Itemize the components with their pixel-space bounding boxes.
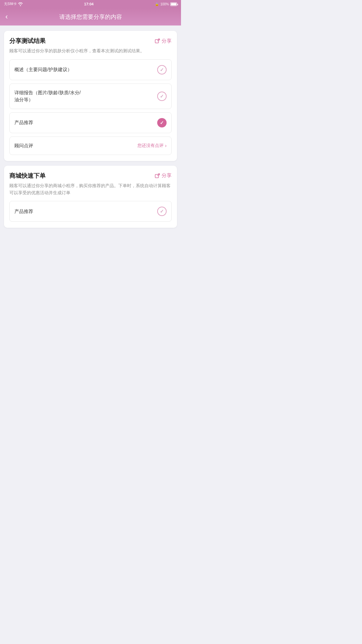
- carrier-label: 无SIM卡: [4, 2, 17, 6]
- option-advisor-label: 顾问点评: [14, 142, 137, 149]
- option-product-rec-2[interactable]: 产品推荐 ✓: [9, 201, 172, 222]
- status-right: 🔒 100%: [155, 2, 177, 6]
- option-product-label-1: 产品推荐: [14, 119, 157, 126]
- option-product-rec-1[interactable]: 产品推荐 ✓: [9, 112, 172, 133]
- card-desc-2: 顾客可以通过你分享的商城小程序，购买你推荐的产品。下单时，系统自动计算顾客可以享…: [9, 182, 172, 197]
- share-order-label: 分享: [162, 172, 172, 179]
- card-header-2: 商城快速下单 分享: [9, 172, 172, 180]
- checkbox-overview[interactable]: ✓: [157, 65, 167, 74]
- advisor-no-review: 您还没有点评: [137, 143, 164, 149]
- card-title-1: 分享测试结果: [9, 37, 46, 45]
- battery-percent: 100%: [160, 2, 169, 6]
- option-overview[interactable]: 概述（主要问题/护肤建议） ✓: [9, 59, 172, 80]
- quick-order-card: 商城快速下单 分享 顾客可以通过你分享的商城小程序，购买你推荐的产品。下单时，系…: [4, 166, 177, 228]
- status-time: 17:04: [84, 2, 94, 6]
- share-test-card: 分享测试结果 分享 顾客可以通过你分享的肌肤分析仪小程序，查看本次测试的测试结果…: [4, 31, 177, 161]
- share-test-label: 分享: [162, 38, 172, 44]
- advisor-right: 您还没有点评 ›: [137, 143, 167, 149]
- share-test-button[interactable]: 分享: [155, 38, 172, 44]
- status-left: 无SIM卡: [4, 2, 23, 6]
- wifi-icon: [18, 2, 23, 6]
- card-desc-1: 顾客可以通过你分享的肌肤分析仪小程序，查看本次测试的测试结果。: [9, 48, 172, 55]
- share-box-icon: [155, 38, 160, 44]
- checkbox-product-1[interactable]: ✓: [157, 118, 167, 127]
- option-detail-label: 详细报告（图片/肤龄/肤质/水分/油分等）: [14, 89, 157, 103]
- checkbox-product-2-check: ✓: [160, 209, 164, 214]
- checkbox-product-2[interactable]: ✓: [157, 207, 167, 216]
- main-content: 分享测试结果 分享 顾客可以通过你分享的肌肤分析仪小程序，查看本次测试的测试结果…: [0, 25, 181, 233]
- back-button[interactable]: ‹: [5, 11, 10, 22]
- page-title: 请选择您需要分享的内容: [0, 13, 181, 21]
- option-detail-report[interactable]: 详细报告（图片/肤龄/肤质/水分/油分等） ✓: [9, 84, 172, 109]
- checkbox-product-1-check: ✓: [160, 120, 164, 125]
- checkbox-detail[interactable]: ✓: [157, 92, 167, 101]
- battery-icon: [170, 2, 177, 6]
- share-box-icon-2: [155, 173, 160, 178]
- lock-icon: 🔒: [155, 2, 159, 6]
- option-overview-label: 概述（主要问题/护肤建议）: [14, 66, 157, 73]
- card-title-2: 商城快速下单: [9, 172, 46, 180]
- status-bar: 无SIM卡 17:04 🔒 100%: [0, 0, 181, 8]
- option-product-label-2: 产品推荐: [14, 208, 157, 215]
- header: ‹ 请选择您需要分享的内容: [0, 8, 181, 25]
- option-advisor[interactable]: 顾问点评 您还没有点评 ›: [9, 137, 172, 155]
- checkbox-overview-check: ✓: [160, 67, 164, 72]
- chevron-right-icon: ›: [165, 143, 167, 148]
- share-order-button[interactable]: 分享: [155, 172, 172, 179]
- card-header-1: 分享测试结果 分享: [9, 37, 172, 45]
- checkbox-detail-check: ✓: [160, 94, 164, 99]
